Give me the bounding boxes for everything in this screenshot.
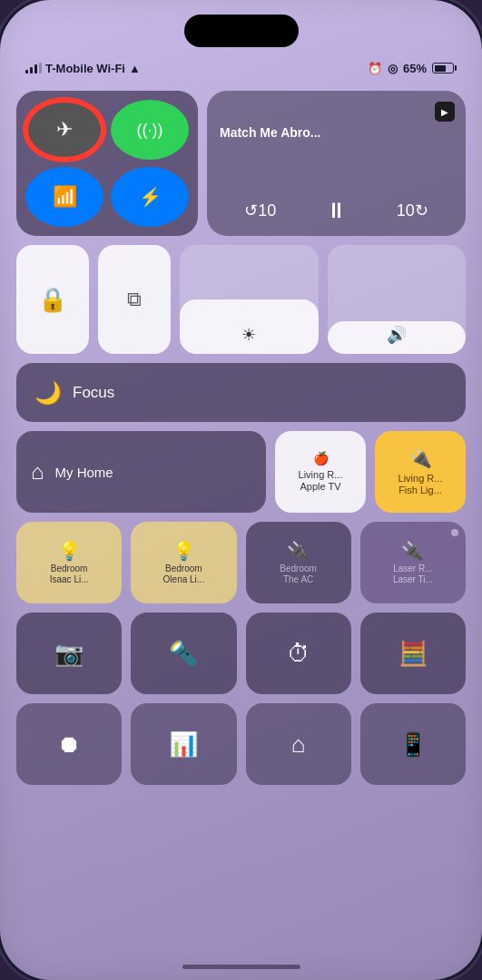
battery-tip: [455, 65, 457, 71]
record-button[interactable]: ⏺: [16, 703, 122, 785]
battery-percent: 65%: [403, 62, 427, 75]
location-icon: ◎: [388, 62, 398, 75]
record-icon: ⏺: [57, 730, 81, 759]
laser-light-button[interactable]: 🔌 Laser R...Laser Ti...: [360, 522, 466, 603]
home-label: My Home: [55, 465, 113, 480]
bluetooth-button[interactable]: ⚡: [111, 167, 189, 227]
laser-light-label: Laser R...Laser Ti...: [393, 564, 433, 585]
home-app-button[interactable]: ⌂: [246, 703, 351, 785]
brightness-slider[interactable]: ☀: [180, 245, 319, 354]
row-utilities: 📷 🔦 ⏱ 🧮: [16, 612, 466, 694]
outlet-icon-laser: 🔌: [401, 540, 424, 562]
airplane-mode-button[interactable]: ✈: [25, 100, 103, 160]
fish-light-button[interactable]: 🔌 Living R...Fish Lig...: [375, 431, 466, 513]
flashlight-icon: 🔦: [169, 640, 198, 668]
apple-tv-label: Living R...Apple TV: [299, 469, 343, 493]
battery-fill: [435, 65, 446, 72]
bedroom-ac-button[interactable]: 🔌 BedroomThe AC: [246, 522, 351, 603]
alarm-icon: ⏰: [368, 62, 382, 75]
bulb-icon-olena: 💡: [172, 540, 195, 562]
rewind-button[interactable]: ↺10: [244, 201, 276, 220]
signal-bar-2: [30, 67, 33, 74]
fast-forward-button[interactable]: 10↻: [397, 201, 428, 220]
home-icon: ⌂: [31, 459, 44, 485]
signal-bar-4: [39, 63, 42, 74]
row-home: ⌂ My Home 🍎 Living R...Apple TV 🔌 Living…: [16, 431, 466, 513]
row-focus: 🌙 Focus: [16, 363, 466, 422]
screen-mirror-button[interactable]: ⧉: [98, 245, 171, 354]
fish-light-label: Living R...Fish Lig...: [398, 473, 443, 496]
cellular-button[interactable]: ((·)): [111, 100, 189, 160]
outlet-icon-fish: 🔌: [409, 447, 432, 469]
isaac-light-label: BedroomIsaac Li...: [50, 564, 89, 585]
row-bedroom: 💡 BedroomIsaac Li... 💡 BedroomOlena Li..…: [16, 522, 466, 603]
row-controls: 🔒 ⧉ ☀ 🔊: [16, 245, 466, 354]
volume-icon: 🔊: [387, 325, 407, 345]
camera-button[interactable]: 📷: [16, 612, 122, 694]
apple-tv-button[interactable]: 🍎 Living R...Apple TV: [275, 431, 366, 513]
screen-mirror-icon: ⧉: [127, 288, 142, 311]
timer-button[interactable]: ⏱: [246, 612, 351, 694]
row-bottom: ⏺ 📊 ⌂ 📱: [16, 703, 466, 785]
focus-label: Focus: [73, 384, 114, 402]
volume-slider[interactable]: 🔊: [328, 245, 467, 354]
status-bar: T-Mobile Wi-Fi ▲ ⏰ ◎ 65%: [0, 54, 482, 82]
bulb-icon-isaac: 💡: [58, 540, 81, 562]
home-app-icon: ⌂: [291, 730, 306, 759]
screen-lock-icon: 🔒: [38, 286, 67, 314]
apple-logo: 🍎: [313, 451, 329, 466]
battery-icon: [432, 63, 457, 74]
brightness-icon: ☀: [241, 325, 256, 345]
cellular-icon: ((·)): [137, 121, 163, 140]
play-pause-button[interactable]: ⏸: [326, 198, 348, 223]
my-home-button[interactable]: ⌂ My Home: [16, 431, 266, 513]
battery-body: [432, 63, 454, 74]
olena-light-button[interactable]: 💡 BedroomOlena Li...: [131, 522, 236, 603]
timer-icon: ⏱: [287, 640, 310, 668]
carrier-name: T-Mobile Wi-Fi: [45, 62, 125, 75]
screen-lock-button[interactable]: 🔒: [16, 245, 89, 354]
media-widget: ▶ Match Me Abro... ↺10 ⏸ 10↻: [207, 91, 466, 236]
home-indicator: [182, 965, 300, 969]
badge-dot: [451, 529, 458, 536]
focus-moon-icon: 🌙: [34, 380, 62, 406]
status-left: T-Mobile Wi-Fi ▲: [25, 62, 141, 75]
media-controls: ↺10 ⏸ 10↻: [220, 198, 453, 223]
olena-light-label: BedroomOlena Li...: [163, 564, 205, 585]
media-app-icon: ▶: [435, 102, 455, 122]
signal-bar-1: [25, 70, 28, 74]
remote-icon: 📱: [398, 730, 428, 759]
wifi-icon: ▲: [129, 62, 141, 75]
airplane-icon: ✈: [56, 118, 73, 142]
calculator-icon: 🧮: [398, 640, 428, 668]
remote-button[interactable]: 📱: [360, 703, 466, 785]
flashlight-button[interactable]: 🔦: [131, 612, 236, 694]
dynamic-island: [184, 15, 299, 47]
analytics-button[interactable]: 📊: [131, 703, 236, 785]
bedroom-ac-label: BedroomThe AC: [280, 564, 317, 585]
focus-button[interactable]: 🌙 Focus: [16, 363, 466, 422]
status-right: ⏰ ◎ 65%: [368, 62, 457, 75]
calculator-button[interactable]: 🧮: [360, 612, 466, 694]
connectivity-grid: ✈ ((·)) 📶 ⚡: [16, 91, 198, 236]
outlet-icon-ac: 🔌: [287, 540, 310, 562]
signal-bars: [25, 63, 42, 74]
media-title: Match Me Abro...: [220, 125, 453, 140]
row-connectivity-media: ✈ ((·)) 📶 ⚡ ▶ Match M: [16, 91, 466, 236]
signal-bar-3: [34, 64, 37, 74]
wifi-icon: 📶: [53, 185, 77, 209]
analytics-icon: 📊: [169, 730, 198, 759]
bluetooth-icon: ⚡: [139, 186, 162, 208]
phone-frame: T-Mobile Wi-Fi ▲ ⏰ ◎ 65% ✈: [0, 0, 482, 980]
wifi-button[interactable]: 📶: [25, 167, 103, 227]
isaac-light-button[interactable]: 💡 BedroomIsaac Li...: [16, 522, 122, 603]
control-center: ✈ ((·)) 📶 ⚡ ▶ Match M: [16, 91, 466, 898]
camera-icon: 📷: [54, 640, 84, 668]
tv-logo: ▶: [441, 107, 448, 117]
